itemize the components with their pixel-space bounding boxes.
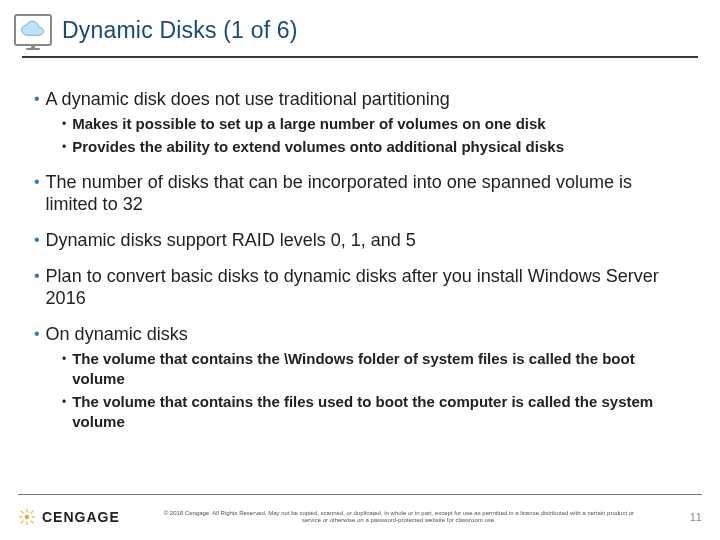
sub-bullet-text: Makes it possible to set up a large numb… bbox=[72, 114, 545, 134]
bullet-list: •A dynamic disk does not use traditional… bbox=[34, 88, 686, 432]
bullet-icon: • bbox=[34, 323, 40, 345]
sub-bullet-text: Provides the ability to extend volumes o… bbox=[72, 137, 564, 157]
svg-line-6 bbox=[31, 521, 34, 524]
list-item: •Dynamic disks support RAID levels 0, 1,… bbox=[34, 229, 686, 251]
bullet-text: Dynamic disks support RAID levels 0, 1, … bbox=[46, 229, 416, 251]
sub-bullet-icon: • bbox=[62, 392, 66, 412]
list-item: •On dynamic disks •The volume that conta… bbox=[34, 323, 686, 432]
sub-bullet-text: The volume that contains the \Windows fo… bbox=[72, 349, 686, 389]
cloud-monitor-icon bbox=[14, 14, 52, 46]
bullet-icon: • bbox=[34, 171, 40, 193]
slide: Dynamic Disks (1 of 6) •A dynamic disk d… bbox=[0, 0, 720, 540]
slide-title: Dynamic Disks (1 of 6) bbox=[62, 17, 298, 44]
svg-line-7 bbox=[31, 511, 34, 514]
svg-point-0 bbox=[25, 515, 29, 519]
sub-bullet-icon: • bbox=[62, 349, 66, 369]
list-item: •Plan to convert basic disks to dynamic … bbox=[34, 265, 686, 309]
sub-bullet-icon: • bbox=[62, 114, 66, 134]
list-item: •A dynamic disk does not use traditional… bbox=[34, 88, 686, 157]
svg-line-8 bbox=[21, 521, 24, 524]
title-rule bbox=[22, 56, 698, 58]
header: Dynamic Disks (1 of 6) bbox=[0, 0, 720, 56]
brand-name: CENGAGE bbox=[42, 509, 120, 525]
bullet-text: A dynamic disk does not use traditional … bbox=[46, 88, 450, 110]
bullet-icon: • bbox=[34, 229, 40, 251]
copyright-text: © 2018 Cengage. All Rights Reserved. May… bbox=[120, 510, 678, 524]
page-number: 11 bbox=[678, 511, 702, 523]
bullet-icon: • bbox=[34, 88, 40, 110]
body: •A dynamic disk does not use traditional… bbox=[0, 58, 720, 540]
sub-bullet-text: The volume that contains the files used … bbox=[72, 392, 686, 432]
bullet-text: Plan to convert basic disks to dynamic d… bbox=[46, 265, 686, 309]
svg-line-5 bbox=[21, 511, 24, 514]
sub-bullet-icon: • bbox=[62, 137, 66, 157]
bullet-text: On dynamic disks bbox=[46, 323, 188, 345]
bullet-text: The number of disks that can be incorpor… bbox=[46, 171, 686, 215]
starburst-icon bbox=[18, 508, 36, 526]
bullet-icon: • bbox=[34, 265, 40, 287]
footer: CENGAGE © 2018 Cengage. All Rights Reser… bbox=[0, 494, 720, 540]
list-item: •The number of disks that can be incorpo… bbox=[34, 171, 686, 215]
brand-logo: CENGAGE bbox=[18, 508, 120, 526]
